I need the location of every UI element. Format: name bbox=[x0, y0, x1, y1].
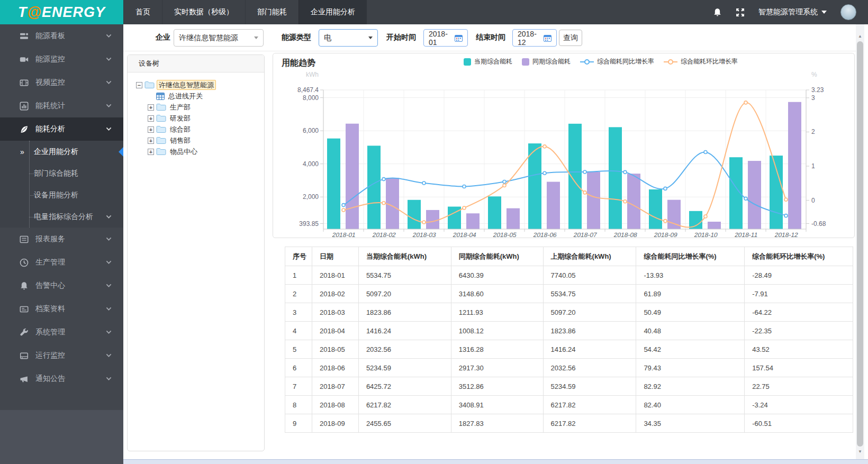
query-button[interactable]: 查询 bbox=[559, 30, 582, 46]
tree-node-4[interactable]: +研发部 bbox=[136, 113, 260, 124]
tree-node-6[interactable]: +销售部 bbox=[136, 135, 260, 146]
sidebar-subitem-2[interactable]: 部门综合能耗 bbox=[0, 162, 123, 184]
point-综合能耗环比增长率-2018-12[interactable] bbox=[784, 198, 788, 201]
sidebar-item-2[interactable]: 能源监控 bbox=[0, 48, 123, 71]
nav-tab-2[interactable]: 实时数据（秒级） bbox=[162, 0, 245, 24]
table-row-7[interactable]: 72018-076425.723512.865234.5982.9222.75 bbox=[285, 377, 853, 396]
table-row-2[interactable]: 22018-025097.203148.605534.7561.89-7.91 bbox=[285, 285, 853, 303]
bar-当期综合能耗-2018-06[interactable] bbox=[528, 143, 541, 229]
tree-node-label[interactable]: 许继信息智慧能源 bbox=[157, 80, 216, 90]
bar-当期综合能耗-2018-01[interactable] bbox=[327, 139, 340, 229]
point-综合能耗环比增长率-2018-06[interactable] bbox=[543, 145, 546, 148]
nav-tab-1[interactable]: 首页 bbox=[123, 0, 162, 24]
expand-icon[interactable]: + bbox=[148, 149, 154, 155]
fullscreen-icon[interactable] bbox=[736, 8, 745, 17]
tree-node-label[interactable]: 物品中心 bbox=[168, 147, 199, 156]
bar-同期综合能耗-2018-12[interactable] bbox=[788, 102, 801, 229]
point-综合能耗同比增长率-2018-02[interactable] bbox=[382, 178, 385, 181]
point-综合能耗同比增长率-2018-10[interactable] bbox=[704, 151, 707, 154]
bar-当期综合能耗-2018-07[interactable] bbox=[568, 124, 582, 229]
point-综合能耗环比增长率-2018-08[interactable] bbox=[623, 200, 627, 203]
point-综合能耗环比增长率-2018-02[interactable] bbox=[382, 202, 385, 205]
bar-当期综合能耗-2018-03[interactable] bbox=[408, 200, 421, 229]
bar-同期综合能耗-2018-06[interactable] bbox=[547, 182, 560, 229]
sidebar-item-12[interactable]: 通知公告 bbox=[0, 367, 123, 390]
tree-node-2[interactable]: 总进线开关 bbox=[136, 90, 260, 102]
point-综合能耗同比增长率-2018-07[interactable] bbox=[583, 170, 586, 174]
scroll-down-icon[interactable]: ▼ bbox=[856, 447, 864, 456]
bar-同期综合能耗-2018-04[interactable] bbox=[466, 213, 480, 229]
bar-当期综合能耗-2018-08[interactable] bbox=[609, 127, 622, 229]
tree-node-3[interactable]: +生产部 bbox=[136, 102, 260, 113]
table-row-6[interactable]: 62018-065234.592917.302032.5679.43157.54 bbox=[285, 359, 853, 377]
bar-当期综合能耗-2018-02[interactable] bbox=[367, 145, 381, 229]
sidebar-item-6[interactable]: 报表服务 bbox=[0, 228, 123, 251]
point-综合能耗环比增长率-2018-10[interactable] bbox=[704, 215, 707, 218]
point-综合能耗环比增长率-2018-09[interactable] bbox=[664, 220, 667, 223]
bar-同期综合能耗-2018-05[interactable] bbox=[507, 208, 520, 229]
point-综合能耗环比增长率-2018-04[interactable] bbox=[463, 206, 466, 210]
expand-icon[interactable]: + bbox=[148, 126, 154, 133]
sidebar-item-8[interactable]: 告警中心 bbox=[0, 274, 123, 297]
point-综合能耗环比增长率-2018-07[interactable] bbox=[583, 191, 586, 194]
expand-icon[interactable]: + bbox=[148, 104, 154, 111]
tree-node-label[interactable]: 销售部 bbox=[168, 136, 192, 145]
point-综合能耗同比增长率-2018-11[interactable] bbox=[744, 197, 747, 200]
sidebar-item-5[interactable]: 能耗分析 bbox=[0, 117, 123, 141]
nav-tab-3[interactable]: 部门能耗 bbox=[245, 0, 299, 24]
tree-node-label[interactable]: 综合部 bbox=[168, 125, 192, 134]
point-综合能耗环比增长率-2018-11[interactable] bbox=[744, 101, 747, 104]
collapse-icon[interactable]: − bbox=[136, 82, 142, 88]
table-row-4[interactable]: 42018-041416.241008.121823.8640.48-22.35 bbox=[285, 322, 853, 340]
expand-icon[interactable]: + bbox=[148, 115, 154, 122]
sidebar-item-10[interactable]: 系统管理 bbox=[0, 321, 123, 344]
point-综合能耗同比增长率-2018-01[interactable] bbox=[342, 204, 345, 207]
point-综合能耗同比增长率-2018-06[interactable] bbox=[543, 171, 546, 175]
sidebar-item-3[interactable]: 视频监控 bbox=[0, 71, 123, 94]
avatar[interactable] bbox=[840, 4, 856, 20]
table-row-5[interactable]: 52018-052032.561316.281416.2454.4243.52 bbox=[285, 340, 853, 359]
tree-node-7[interactable]: +物品中心 bbox=[136, 146, 260, 157]
tree-node-label[interactable]: 研发部 bbox=[168, 114, 192, 123]
horizontal-scrollbar[interactable] bbox=[123, 459, 868, 464]
bar-当期综合能耗-2018-10[interactable] bbox=[689, 211, 702, 229]
scrollbar-thumb[interactable] bbox=[857, 41, 863, 447]
bar-同期综合能耗-2018-11[interactable] bbox=[748, 161, 761, 229]
table-row-9[interactable]: 92018-092455.651827.836217.8234.35-60.51 bbox=[285, 414, 853, 433]
tree-node-label[interactable]: 总进线开关 bbox=[167, 92, 204, 101]
bar-同期综合能耗-2018-03[interactable] bbox=[426, 210, 439, 229]
bar-当期综合能耗-2018-05[interactable] bbox=[488, 196, 501, 229]
point-综合能耗同比增长率-2018-04[interactable] bbox=[463, 185, 466, 188]
point-综合能耗环比增长率-2018-03[interactable] bbox=[422, 221, 426, 224]
sidebar-subitem-1[interactable]: »企业用能分析 bbox=[0, 141, 123, 162]
bar-当期综合能耗-2018-09[interactable] bbox=[649, 189, 662, 229]
sidebar-item-7[interactable]: 生产管理 bbox=[0, 251, 123, 274]
tree-node-label[interactable]: 生产部 bbox=[168, 103, 192, 112]
point-综合能耗同比增长率-2018-03[interactable] bbox=[422, 181, 426, 185]
bar-同期综合能耗-2018-08[interactable] bbox=[627, 174, 640, 229]
company-select[interactable]: 许继信息智慧能源 bbox=[174, 29, 264, 47]
sidebar-item-11[interactable]: 运行监控 bbox=[0, 344, 123, 367]
scroll-up-icon[interactable]: ▲ bbox=[856, 32, 864, 40]
bar-同期综合能耗-2018-07[interactable] bbox=[587, 172, 600, 229]
end-date-input[interactable]: 2018-12 bbox=[512, 29, 557, 47]
vertical-scrollbar[interactable]: ▲ ▼ bbox=[856, 24, 864, 459]
point-综合能耗环比增长率-2018-01[interactable] bbox=[342, 208, 345, 212]
calendar-icon[interactable] bbox=[544, 34, 551, 42]
point-综合能耗同比增长率-2018-08[interactable] bbox=[623, 170, 627, 174]
sidebar-item-4[interactable]: 能耗统计 bbox=[0, 94, 123, 117]
expand-icon[interactable]: + bbox=[148, 138, 154, 144]
table-row-1[interactable]: 12018-015534.756430.397740.05-13.93-28.4… bbox=[285, 266, 853, 285]
point-综合能耗同比增长率-2018-12[interactable] bbox=[784, 214, 788, 217]
start-date-input[interactable]: 2018-01 bbox=[423, 29, 468, 47]
bar-同期综合能耗-2018-01[interactable] bbox=[346, 124, 359, 229]
tree-node-5[interactable]: +综合部 bbox=[136, 124, 260, 135]
sidebar-item-1[interactable]: 能源看板 bbox=[0, 24, 123, 48]
bar-当期综合能耗-2018-12[interactable] bbox=[770, 156, 783, 229]
point-综合能耗环比增长率-2018-05[interactable] bbox=[503, 184, 506, 187]
nav-tab-4[interactable]: 企业用能分析 bbox=[299, 0, 367, 24]
sidebar-subitem-3[interactable]: 设备用能分析 bbox=[0, 184, 123, 206]
calendar-icon[interactable] bbox=[455, 34, 463, 42]
table-row-3[interactable]: 32018-031823.861211.935097.2050.49-64.22 bbox=[285, 303, 853, 322]
system-title-dropdown[interactable]: 智慧能源管理系统 bbox=[758, 7, 827, 17]
